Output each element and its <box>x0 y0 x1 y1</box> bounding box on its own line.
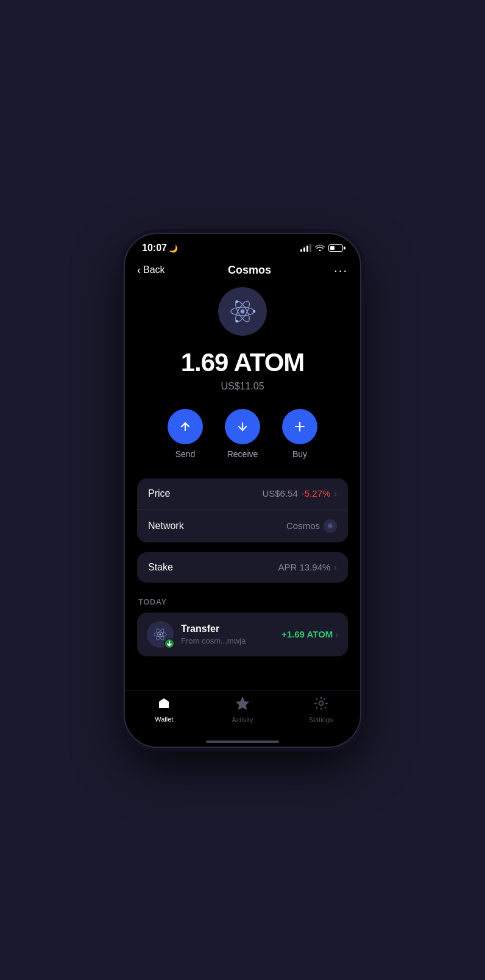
main-content: 1.69 ATOM US$11.05 Send <box>125 287 360 690</box>
tx-subtitle: From cosm...mwja <box>181 636 274 645</box>
send-label: Send <box>175 449 196 459</box>
wallet-tab-label: Wallet <box>155 715 173 723</box>
phone-screen: 10:07🌙 <box>125 234 360 747</box>
receive-button[interactable]: Receive <box>225 409 260 459</box>
receive-label: Receive <box>227 449 258 459</box>
tx-title: Transfer <box>181 623 274 634</box>
back-button[interactable]: ‹ Back <box>137 264 165 277</box>
svg-point-11 <box>330 525 330 526</box>
tx-card: Transfer From cosm...mwja +1.69 ATOM › <box>137 612 348 656</box>
back-label: Back <box>143 265 165 275</box>
action-buttons: Send Receive <box>137 409 348 459</box>
token-icon-wrap <box>137 287 348 336</box>
nav-header: ‹ Back Cosmos ··· <box>125 258 360 287</box>
price-row[interactable]: Price US$6.54 -5.27% › <box>137 478 348 510</box>
price-label: Price <box>148 488 170 499</box>
more-button[interactable]: ··· <box>334 263 348 277</box>
tab-settings[interactable]: Settings <box>300 697 342 723</box>
svg-point-22 <box>319 701 323 705</box>
status-icons <box>300 243 343 253</box>
tx-amount: +1.69 ATOM <box>281 629 333 639</box>
home-indicator <box>206 740 279 743</box>
wifi-icon <box>315 243 325 253</box>
wallet-icon <box>157 697 171 713</box>
stake-chevron-icon: › <box>334 563 337 572</box>
svg-marker-21 <box>236 697 249 709</box>
balance-amount: 1.69 ATOM <box>137 348 348 377</box>
network-label: Network <box>148 520 184 531</box>
signal-icon <box>300 244 311 252</box>
back-chevron-icon: ‹ <box>137 264 141 277</box>
tx-icon-wrap <box>147 621 174 648</box>
price-right: US$6.54 -5.27% › <box>262 488 337 499</box>
buy-button[interactable]: Buy <box>282 409 317 459</box>
network-value: Cosmos <box>286 520 320 531</box>
stake-right: APR 13.94% › <box>278 562 337 572</box>
svg-rect-20 <box>159 701 169 708</box>
send-icon-circle <box>168 409 203 444</box>
tab-wallet[interactable]: Wallet <box>143 697 185 723</box>
tx-chevron-icon: › <box>335 630 338 639</box>
tab-bar: Wallet Activity Settings <box>125 690 360 740</box>
svg-point-4 <box>253 310 255 312</box>
svg-point-6 <box>235 319 238 322</box>
settings-tab-label: Settings <box>309 716 333 723</box>
table-row[interactable]: Transfer From cosm...mwja +1.69 ATOM › <box>137 612 348 656</box>
stake-card[interactable]: Stake APR 13.94% › <box>137 552 348 583</box>
info-card: Price US$6.54 -5.27% › Network Cosmos <box>137 478 348 542</box>
network-row[interactable]: Network Cosmos <box>137 510 348 542</box>
price-chevron-icon: › <box>334 489 337 499</box>
receive-icon-circle <box>225 409 260 444</box>
buy-label: Buy <box>292 449 307 459</box>
stake-apr: APR 13.94% <box>278 562 330 572</box>
section-today-label: TODAY <box>137 597 348 606</box>
status-bar: 10:07🌙 <box>125 234 360 258</box>
activity-icon <box>236 697 249 714</box>
phone-frame: 10:07🌙 <box>124 233 361 748</box>
tx-info: Transfer From cosm...mwja <box>181 623 274 645</box>
svg-point-0 <box>241 309 245 313</box>
network-icon <box>324 519 337 533</box>
page-title: Cosmos <box>228 264 271 277</box>
stake-label: Stake <box>148 562 173 573</box>
send-button[interactable]: Send <box>168 409 203 459</box>
tab-activity[interactable]: Activity <box>221 697 264 723</box>
buy-icon-circle <box>282 409 317 444</box>
network-right: Cosmos <box>286 519 337 533</box>
balance-fiat: US$11.05 <box>137 381 348 392</box>
tx-receive-badge <box>164 638 175 649</box>
settings-icon <box>314 697 328 714</box>
token-icon <box>218 287 267 336</box>
price-value: US$6.54 <box>262 488 297 499</box>
svg-point-5 <box>235 300 238 302</box>
status-time: 10:07🌙 <box>142 243 178 254</box>
svg-point-15 <box>159 633 161 636</box>
activity-tab-label: Activity <box>232 716 253 723</box>
battery-icon <box>328 244 343 252</box>
price-change: -5.27% <box>302 488 331 499</box>
tx-amount-wrap: +1.69 ATOM › <box>281 629 338 639</box>
stake-row[interactable]: Stake APR 13.94% › <box>137 552 348 583</box>
